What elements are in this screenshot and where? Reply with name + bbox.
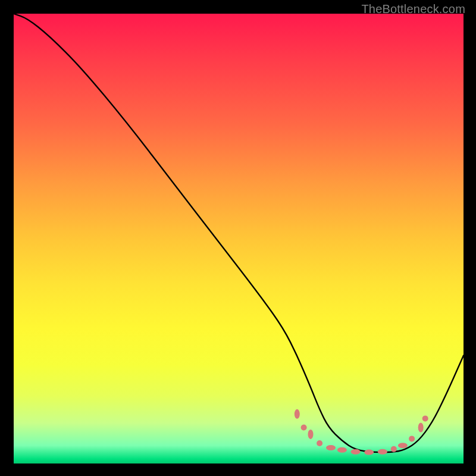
highlight-dot: [301, 425, 307, 431]
highlight-dot: [351, 449, 361, 455]
highlight-dot: [326, 445, 336, 450]
chart-plot-area: [14, 14, 464, 464]
highlight-dot: [364, 450, 374, 455]
chart-svg: [14, 14, 464, 464]
watermark-text: TheBottleneck.com: [361, 2, 465, 16]
highlight-dot: [418, 423, 424, 433]
highlight-dot: [317, 440, 322, 446]
bottleneck-curve: [14, 14, 464, 452]
highlight-dot: [398, 443, 408, 448]
highlight-dot: [337, 447, 347, 453]
highlight-dot: [422, 415, 428, 421]
chart-frame: TheBottleneck.com: [0, 0, 476, 476]
highlight-dot: [391, 446, 397, 452]
highlight-dot: [295, 409, 300, 419]
highlight-dot: [409, 436, 415, 441]
highlight-dot: [308, 430, 314, 439]
highlight-dot: [378, 449, 387, 455]
